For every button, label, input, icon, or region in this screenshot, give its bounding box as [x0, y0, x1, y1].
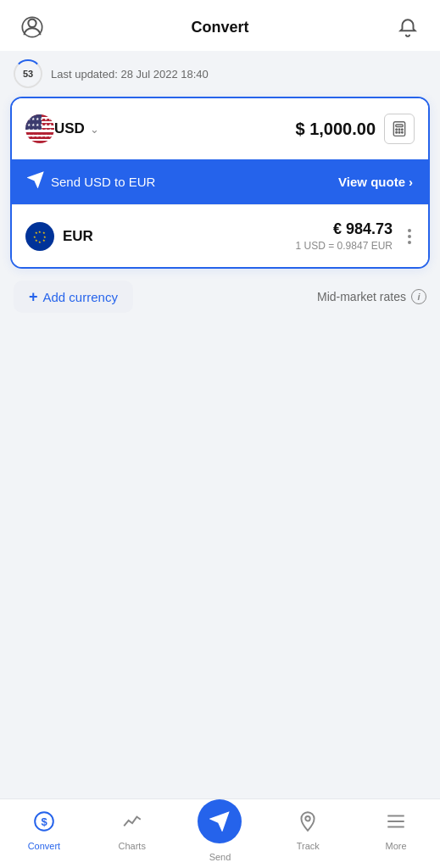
mid-market-label: Mid-market rates — [317, 290, 406, 303]
svg-text:★: ★ — [35, 238, 38, 242]
more-dot — [408, 235, 411, 238]
from-amount-row: $ 1,000.00 — [295, 114, 415, 144]
from-currency-row: ★★★★★★★★★★★★★★★★★★★★★★★★ USD ⌄ $ 1,000.0… — [12, 98, 428, 159]
to-currency-code: EUR — [63, 228, 93, 245]
bell-icon[interactable] — [393, 12, 423, 42]
svg-point-4 — [396, 129, 398, 131]
view-quote-button[interactable]: View quote › — [338, 175, 413, 189]
eur-flag-icon: ★ ★ ★ ★ ★ ★ ★ ★ — [25, 222, 54, 251]
nav-item-charts[interactable]: Charts — [88, 810, 176, 851]
usd-flag-icon: ★★★★★★★★★★★★★★★★★★★★★★★★ — [25, 114, 54, 143]
to-currency-row: ★ ★ ★ ★ ★ ★ ★ ★ EUR € 984.73 1 USD = 0.9… — [12, 204, 428, 267]
add-currency-button[interactable]: + Add currency — [14, 281, 133, 313]
convert-nav-icon: $ — [33, 810, 55, 837]
charts-nav-icon — [121, 810, 143, 837]
svg-rect-3 — [396, 125, 403, 127]
send-nav-button[interactable] — [198, 799, 242, 843]
from-currency-code: USD — [54, 120, 85, 137]
info-icon[interactable]: i — [411, 289, 426, 304]
send-left: Send USD to EUR — [27, 171, 155, 192]
chevron-down-icon: ⌄ — [90, 123, 99, 136]
last-updated-text: Last updated: 28 Jul 2022 18:40 — [51, 68, 209, 81]
svg-marker-11 — [29, 173, 43, 187]
more-dot — [408, 241, 411, 244]
to-amount-rate: 1 USD = 0.9847 EUR — [296, 240, 393, 252]
nav-item-track[interactable]: Track — [264, 810, 352, 851]
more-dot — [408, 229, 411, 232]
svg-point-25 — [306, 816, 310, 821]
svg-text:★: ★ — [38, 229, 42, 233]
send-nav-label: Send — [209, 852, 231, 862]
to-amount-main: € 984.73 — [296, 220, 393, 238]
svg-text:★: ★ — [33, 234, 36, 238]
nav-item-more[interactable]: More — [352, 810, 440, 851]
mid-market-info: Mid-market rates i — [317, 289, 426, 304]
from-currency-selector[interactable]: USD ⌄ — [54, 120, 99, 137]
svg-text:★: ★ — [38, 239, 42, 243]
svg-point-5 — [398, 129, 400, 131]
converter-card: ★★★★★★★★★★★★★★★★★★★★★★★★ USD ⌄ $ 1,000.0… — [10, 97, 430, 269]
svg-point-9 — [402, 131, 404, 133]
svg-text:★: ★ — [35, 231, 38, 235]
send-arrow-icon — [27, 171, 44, 192]
svg-point-8 — [398, 131, 400, 133]
app-header: Convert — [0, 0, 440, 51]
svg-text:$: $ — [41, 815, 47, 828]
send-bar: Send USD to EUR View quote › — [12, 159, 428, 204]
last-updated-bar: 53 Last updated: 28 Jul 2022 18:40 — [0, 51, 440, 97]
svg-point-6 — [402, 129, 404, 131]
bottom-nav: $ Convert Charts Send Tra — [0, 798, 440, 868]
track-nav-label: Track — [297, 841, 320, 851]
more-options-button[interactable] — [404, 225, 415, 248]
svg-point-7 — [396, 131, 398, 133]
refresh-circle[interactable]: 53 — [14, 59, 42, 88]
nav-item-convert[interactable]: $ Convert — [0, 810, 88, 851]
actions-row: + Add currency Mid-market rates i — [0, 269, 440, 318]
add-currency-label: Add currency — [43, 290, 118, 304]
more-nav-label: More — [386, 841, 407, 851]
svg-marker-24 — [211, 813, 228, 830]
nav-item-send[interactable]: Send — [176, 799, 265, 862]
add-plus-icon: + — [29, 289, 38, 304]
to-amount-block: € 984.73 1 USD = 0.9847 EUR — [296, 220, 393, 252]
flag-stars: ★★★★★★★★★★★★★★★★★★★★★★★★ — [27, 116, 53, 138]
svg-point-0 — [28, 19, 36, 27]
calculator-button[interactable] — [384, 114, 415, 144]
track-nav-icon — [297, 810, 319, 837]
profile-icon[interactable] — [17, 12, 47, 42]
from-amount: $ 1,000.00 — [295, 120, 376, 139]
convert-nav-label: Convert — [28, 841, 61, 851]
charts-nav-label: Charts — [118, 841, 145, 851]
more-nav-icon — [385, 810, 407, 837]
svg-text:★: ★ — [42, 238, 46, 242]
send-label: Send USD to EUR — [51, 175, 155, 189]
page-title: Convert — [191, 19, 248, 36]
